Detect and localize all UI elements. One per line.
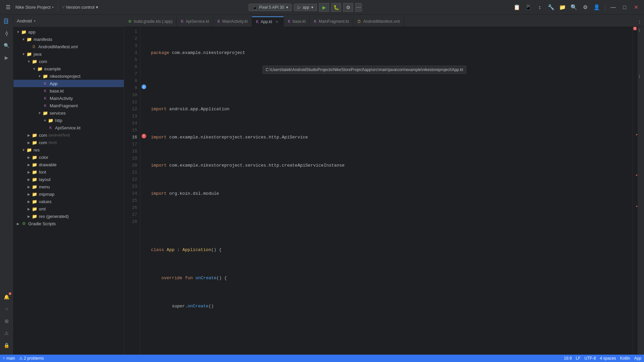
tab-bar: ⚙ build.gradle.kts (:app) K ApiService.k… xyxy=(124,15,644,27)
tree-item-example[interactable]: ▼ 📁 example xyxy=(13,65,124,72)
folder-services-icon: 📁 xyxy=(42,110,48,116)
close-button[interactable]: ✕ xyxy=(631,3,641,12)
tree-item-layout[interactable]: ▶ 📁 layout xyxy=(13,176,124,183)
device-manager-icon[interactable]: 📋 xyxy=(512,3,522,12)
run-config-selector[interactable]: ▷ app ▾ xyxy=(294,4,317,11)
tree-item-manifests[interactable]: ▼ 📁 manifests xyxy=(13,36,124,43)
ln-13: 13 xyxy=(127,113,137,120)
tree-item-mainactivity[interactable]: K MainActivity xyxy=(13,95,124,102)
activity-database-icon[interactable]: 🔒 xyxy=(1,340,12,351)
activity-files-icon[interactable] xyxy=(1,16,12,27)
tree-item-app[interactable]: ▼ 📁 app xyxy=(13,28,124,36)
tab-app[interactable]: K App.kt ✕ xyxy=(252,16,284,26)
toolbar-separator-2 xyxy=(605,3,605,11)
tree-item-com-androidtest[interactable]: ▶ 📁 com (androidTest) xyxy=(13,131,124,139)
tab-apiservice[interactable]: K ApiService.kt xyxy=(177,16,213,26)
tree-item-http[interactable]: ▼ 📁 http xyxy=(13,117,124,124)
tree-item-xml[interactable]: ▶ 📁 xml xyxy=(13,205,124,213)
folder-nikestoreproject-icon: 📁 xyxy=(42,73,48,79)
tab-apiservice-icon: K xyxy=(181,19,183,24)
settings-button[interactable]: ⚙ xyxy=(343,3,353,12)
tree-item-mainfragment[interactable]: K MainFragment xyxy=(13,102,124,109)
activity-run-icon[interactable]: ▶ xyxy=(1,52,12,63)
tab-base-label: base.kt xyxy=(292,19,306,24)
activity-terminal-icon[interactable]: ⊞ xyxy=(1,316,12,326)
tree-item-mipmap[interactable]: ▶ 📁 mipmap xyxy=(13,190,124,198)
debug-button[interactable]: 🐛 xyxy=(331,3,341,12)
folder-layout-icon: 📁 xyxy=(32,176,38,182)
hamburger-menu[interactable]: ☰ xyxy=(3,3,13,12)
activity-search-icon[interactable]: 🔍 xyxy=(1,40,12,51)
tree-item-res[interactable]: ▼ 📁 res xyxy=(13,146,124,154)
activity-problems-icon[interactable]: ⚠ xyxy=(1,328,12,339)
tree-item-apiservice[interactable]: K ApiService.kt xyxy=(13,124,124,131)
tab-mainactivity[interactable]: K MainActivity.kt xyxy=(213,16,252,26)
tree-item-gradle-scripts[interactable]: ▶ ⚙ Gradle Scripts xyxy=(13,220,124,227)
tree-label-res: res xyxy=(34,147,40,153)
git-branch-icon: ⑂ xyxy=(3,356,5,361)
tree-item-drawable[interactable]: ▶ 📁 drawable xyxy=(13,161,124,168)
tree-item-androidmanifest[interactable]: 🗋 AndroidManifest.xml xyxy=(13,43,124,50)
folder-com-icon: 📁 xyxy=(32,58,38,64)
tree-item-app-file[interactable]: K App xyxy=(13,80,124,87)
run-config-chevron-icon: ▾ xyxy=(311,5,313,10)
sdk-manager-icon[interactable]: ↕ xyxy=(535,3,544,12)
device-selector[interactable]: 📱 Pixel 5 API 30 ▾ xyxy=(249,4,292,11)
code-area[interactable]: package com.example.nikestoreproject imp… xyxy=(148,27,633,355)
tree-item-values[interactable]: ▶ 📁 values xyxy=(13,198,124,205)
tab-app-close-icon[interactable]: ✕ xyxy=(274,19,279,24)
editor-container: 1 2 3 4 5 6 7 8 9 10 11 12 13 14 15 16 1… xyxy=(124,27,644,355)
tree-item-java[interactable]: ▼ 📁 java xyxy=(13,50,124,58)
tab-mainfragment[interactable]: K MainFragment.kt xyxy=(310,16,353,26)
tree-item-com[interactable]: ▼ 📁 com xyxy=(13,58,124,65)
folder-font-icon: 📁 xyxy=(32,169,38,175)
avd-icon[interactable]: 📱 xyxy=(524,3,533,12)
activity-notifications-icon[interactable]: 🔔 ! xyxy=(1,292,12,302)
arrow-layout: ▶ xyxy=(26,178,32,181)
right-gutter: ! xyxy=(633,27,637,355)
status-problems[interactable]: ⚠ 2 problems xyxy=(19,356,44,361)
more-button[interactable]: ⋯ xyxy=(355,3,362,12)
editor-area: ⚙ build.gradle.kts (:app) K ApiService.k… xyxy=(124,15,644,355)
tree-item-color[interactable]: ▶ 📁 color xyxy=(13,154,124,161)
tree-item-base[interactable]: K base.kt xyxy=(13,87,124,95)
ln-23: 23 xyxy=(127,183,137,190)
device-file-explorer-icon[interactable]: 📁 xyxy=(558,3,567,12)
tree-item-com-test[interactable]: ▶ 📁 com (test) xyxy=(13,139,124,146)
breadcrumb-tooltip: C:\Users\taleb\AndroidStudioProjects\Nik… xyxy=(263,66,466,74)
arrow-http: ▼ xyxy=(42,119,48,122)
run-button[interactable]: ▶ xyxy=(319,3,329,12)
right-side-icon-2[interactable]: ⟩ xyxy=(639,74,643,79)
error-dot-16: ! xyxy=(142,134,146,138)
status-git-branch[interactable]: ⑂ main xyxy=(3,356,15,361)
account-icon[interactable]: 👤 xyxy=(592,3,601,12)
tab-androidmanifest[interactable]: 🗋 AndroidManifest.xml xyxy=(353,16,404,26)
maximize-button[interactable]: □ xyxy=(620,3,629,12)
project-structure-icon[interactable]: 🔧 xyxy=(546,3,556,12)
tree-item-nikestoreproject[interactable]: ▼ 📁 nikestoreproject xyxy=(13,72,124,80)
tab-base[interactable]: K base.kt xyxy=(284,16,310,26)
minimize-button[interactable]: — xyxy=(608,3,618,12)
ln-4: 4 xyxy=(127,49,137,56)
device-chevron-icon: ▾ xyxy=(286,5,288,10)
vcs-selector[interactable]: ⑂ Version control ▾ xyxy=(62,5,98,10)
sidebar-tree: ▼ 📁 app ▼ 📁 manifests 🗋 AndroidManifest.… xyxy=(13,27,124,355)
git-branch-label: main xyxy=(6,356,15,361)
toolbar-right: 📋 📱 ↕ 🔧 📁 🔍 ⚙ 👤 — □ ✕ xyxy=(512,3,641,12)
settings-cog-icon[interactable]: ⚙ xyxy=(581,3,590,12)
tree-item-font[interactable]: ▶ 📁 font xyxy=(13,168,124,176)
tab-mainfragment-icon: K xyxy=(314,19,317,24)
tree-item-res-generated[interactable]: ▶ 📁 res (generated) xyxy=(13,213,124,220)
activity-git-icon[interactable]: ⑂ xyxy=(1,304,12,314)
search-everywhere-icon[interactable]: 🔍 xyxy=(569,3,579,12)
right-side-icon-1[interactable]: ⟨ xyxy=(639,28,643,33)
activity-commits-icon[interactable] xyxy=(1,28,12,39)
folder-color-icon: 📁 xyxy=(32,154,38,160)
tab-build-gradle[interactable]: ⚙ build.gradle.kts (:app) xyxy=(124,16,177,26)
tree-item-menu[interactable]: ▶ 📁 menu xyxy=(13,183,124,190)
rg-top-error: ! xyxy=(633,27,637,30)
activity-bottom: 🔔 ! ⑂ ⊞ ⚠ 🔒 xyxy=(1,292,12,353)
tab-bar-more-button[interactable]: ⋮ xyxy=(635,16,644,26)
tree-item-services[interactable]: ▼ 📁 services xyxy=(13,109,124,117)
project-name-selector[interactable]: Nike Store Project ▾ xyxy=(15,5,54,10)
